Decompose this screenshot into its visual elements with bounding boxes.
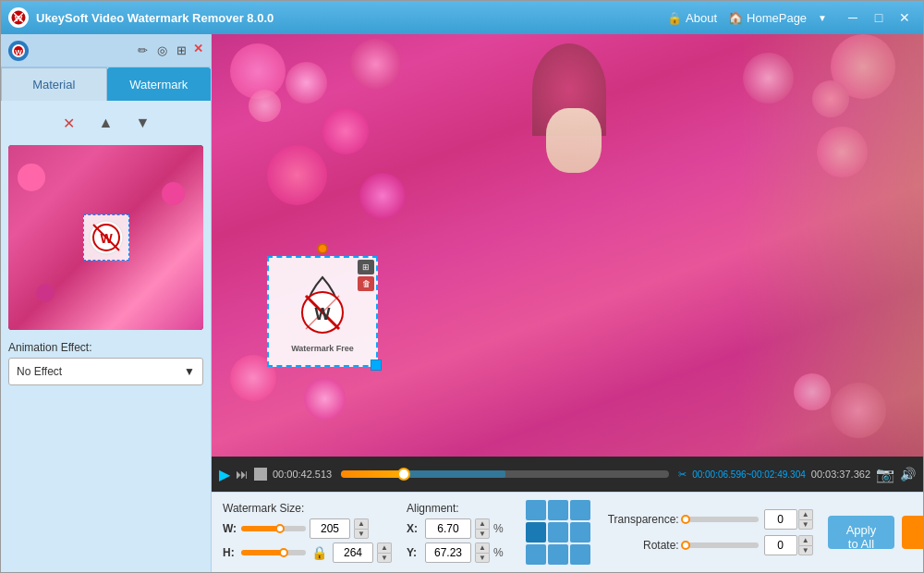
- move-up-button[interactable]: ▲: [95, 112, 117, 134]
- homepage-nav-item[interactable]: 🏠 HomePage: [728, 11, 807, 25]
- height-row: H: 🔒 ▲ ▼: [223, 543, 392, 563]
- panel-logo: W: [8, 41, 29, 61]
- maximize-button[interactable]: □: [868, 8, 890, 27]
- watermark-edit-button[interactable]: ⊞: [358, 260, 374, 274]
- width-row: W: ▲ ▼: [223, 518, 392, 539]
- height-input[interactable]: [333, 543, 373, 563]
- y-increment[interactable]: ▲: [475, 543, 490, 553]
- rotate-decrement[interactable]: ▼: [798, 545, 813, 555]
- x-spinner: ▲ ▼: [475, 518, 490, 539]
- y-decrement[interactable]: ▼: [475, 553, 490, 563]
- transparency-decrement[interactable]: ▼: [798, 519, 813, 530]
- dropdown-nav[interactable]: ▼: [818, 13, 827, 23]
- panel-header: W ✏ ◎ ⊞ ✕: [1, 34, 211, 67]
- volume-button[interactable]: 🔊: [900, 467, 916, 482]
- nav-dropdown-arrow: ▼: [818, 13, 827, 23]
- watermark-rotate-handle[interactable]: [317, 243, 328, 254]
- selection-range-label: 00:00:06.596~00:02:49.304: [692, 469, 806, 480]
- about-label: About: [686, 11, 717, 25]
- y-input[interactable]: [425, 543, 471, 563]
- align-middle-right[interactable]: [570, 522, 590, 543]
- apply-to-all-button[interactable]: Apply to All: [828, 516, 895, 549]
- watermark-logo: W Watermark Free: [286, 270, 359, 353]
- about-nav-item[interactable]: 🔒 About: [667, 11, 717, 25]
- transparency-spinner: ▲ ▼: [798, 509, 813, 530]
- progress-fill: [341, 470, 403, 478]
- close-button[interactable]: ✕: [894, 8, 916, 27]
- width-slider[interactable]: [241, 526, 306, 531]
- width-increment[interactable]: ▲: [354, 518, 369, 529]
- watermark-edit-panel: ⊞ 🗑: [358, 260, 374, 291]
- x-label: X:: [407, 522, 421, 535]
- height-increment[interactable]: ▲: [377, 543, 392, 553]
- width-input[interactable]: [310, 518, 350, 539]
- next-button[interactable]: Next →: [902, 516, 923, 549]
- transparency-value-wrap: 0 ▲ ▼: [764, 509, 813, 530]
- rotate-label: Rotate:: [605, 539, 679, 552]
- title-bar: W UkeySoft Video Watermark Remover 8.0.0…: [1, 1, 923, 34]
- transparency-slider[interactable]: [685, 517, 759, 522]
- progress-thumb[interactable]: [397, 468, 410, 481]
- tab-material[interactable]: Material: [1, 67, 107, 101]
- tab-watermark[interactable]: Watermark: [107, 67, 212, 101]
- progress-bar[interactable]: [341, 470, 669, 478]
- app-window: W UkeySoft Video Watermark Remover 8.0.0…: [0, 0, 924, 573]
- animation-section: Animation Effect: No Effect ▼: [8, 337, 203, 385]
- x-percent-label: %: [493, 522, 504, 535]
- watermark-logo-svg: W: [286, 270, 359, 344]
- play-next-button[interactable]: ⏭: [236, 467, 249, 482]
- video-content: ⊞ 🗑: [212, 34, 923, 457]
- transparency-row: Transparence: 0 ▲ ▼: [605, 509, 813, 530]
- width-slider-thumb: [275, 524, 285, 533]
- watermark-size-section: Watermark Size: W: ▲ ▼ H:: [223, 502, 392, 563]
- stop-button[interactable]: [254, 468, 267, 481]
- height-slider-thumb: [279, 548, 288, 557]
- watermark-box[interactable]: ⊞ 🗑: [267, 256, 378, 367]
- align-top-center[interactable]: [548, 500, 568, 520]
- minimize-button[interactable]: ─: [842, 8, 864, 27]
- x-input[interactable]: [425, 518, 471, 539]
- align-bottom-center[interactable]: [548, 544, 568, 565]
- current-time: 00:00:42.513: [273, 469, 332, 480]
- panel-close-button[interactable]: ✕: [193, 42, 203, 59]
- homepage-label: HomePage: [747, 11, 807, 25]
- end-time: 00:03:37.362: [811, 469, 870, 480]
- align-middle-left[interactable]: [526, 522, 546, 543]
- move-down-button[interactable]: ▼: [132, 112, 154, 134]
- eye-tool[interactable]: ◎: [154, 42, 170, 59]
- height-slider[interactable]: [241, 550, 306, 555]
- layers-tool[interactable]: ⊞: [174, 42, 189, 59]
- delete-watermark-button[interactable]: ✕: [58, 112, 80, 134]
- transparency-increment[interactable]: ▲: [798, 509, 813, 519]
- pencil-tool[interactable]: ✏: [135, 42, 151, 59]
- align-bottom-left[interactable]: [526, 544, 546, 565]
- x-increment[interactable]: ▲: [475, 518, 490, 529]
- align-top-left[interactable]: [526, 500, 546, 520]
- timeline: ▶ ⏭ 00:00:42.513 ✂ 00:00:06.596~00:02:49…: [212, 457, 923, 492]
- align-middle-center[interactable]: [548, 522, 568, 543]
- rotate-spinner: ▲ ▼: [798, 535, 813, 555]
- play-button[interactable]: ▶: [219, 466, 230, 483]
- watermark-resize-handle[interactable]: [371, 360, 382, 371]
- panel-action-row: ✕ ▲ ▼: [8, 108, 203, 138]
- rotate-slider[interactable]: [685, 543, 759, 548]
- width-label: W:: [223, 522, 237, 535]
- transparency-label: Transparence:: [605, 513, 679, 526]
- width-decrement[interactable]: ▼: [354, 529, 369, 539]
- x-decrement[interactable]: ▼: [475, 529, 490, 539]
- animation-dropdown[interactable]: No Effect ▼: [8, 358, 203, 385]
- height-decrement[interactable]: ▼: [377, 553, 392, 563]
- app-logo: W: [8, 7, 29, 28]
- watermark-thumbnail: W: [8, 145, 203, 330]
- align-bottom-right[interactable]: [570, 544, 590, 565]
- app-title: UkeySoft Video Watermark Remover 8.0.0: [36, 11, 667, 25]
- main-content: W ✏ ◎ ⊞ ✕ Material Watermark: [1, 34, 923, 572]
- align-top-right[interactable]: [570, 500, 590, 520]
- watermark-delete-button[interactable]: 🗑: [358, 276, 374, 291]
- animation-value: No Effect: [17, 365, 62, 378]
- screenshot-button[interactable]: 📷: [876, 466, 894, 483]
- animation-label: Animation Effect:: [8, 341, 203, 354]
- rotate-increment[interactable]: ▲: [798, 535, 813, 545]
- watermark-size-label: Watermark Size:: [223, 502, 392, 515]
- panel-body: ✕ ▲ ▼: [1, 101, 211, 572]
